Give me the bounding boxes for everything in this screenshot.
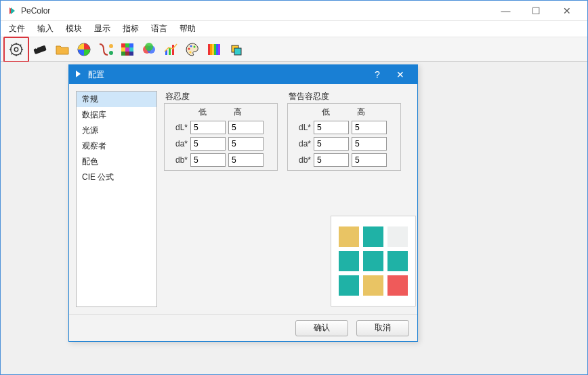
dialog-help-button[interactable]: ? <box>366 69 389 80</box>
svg-rect-19 <box>129 43 133 47</box>
window-controls: — ☐ ✕ <box>490 1 582 20</box>
swatch-6 <box>339 275 359 296</box>
chart-icon <box>163 42 178 57</box>
warning-db-high-input[interactable] <box>352 153 387 167</box>
menu-help[interactable]: 帮助 <box>174 22 201 36</box>
sidebar-item-observer[interactable]: 观察者 <box>77 138 156 154</box>
cancel-button[interactable]: 取消 <box>356 320 409 336</box>
tolerance-db-low-input[interactable] <box>190 153 226 167</box>
svg-line-9 <box>20 53 22 54</box>
svg-rect-41 <box>218 44 220 55</box>
dialog-title: 配置 <box>88 69 366 81</box>
svg-rect-30 <box>169 47 171 55</box>
dialog-body: 常规 数据库 光源 观察者 配色 CIE 公式 容忍度 低 高 <box>69 84 417 314</box>
svg-point-13 <box>36 47 37 49</box>
main-window: PeColor — ☐ ✕ 文件 输入 模块 显示 指标 语言 帮助 <box>0 0 588 375</box>
tool-folder[interactable] <box>52 39 72 60</box>
svg-rect-25 <box>129 52 133 56</box>
folder-icon <box>55 42 70 57</box>
dialog-titlebar: 配置 ? ✕ <box>69 65 417 84</box>
swatch-1 <box>363 226 383 247</box>
menu-module[interactable]: 模块 <box>60 22 87 36</box>
close-button[interactable]: ✕ <box>551 1 582 20</box>
tolerance-header-high: 高 <box>220 106 255 118</box>
swatch-8 <box>387 275 408 296</box>
palette-icon <box>185 42 200 57</box>
menu-metrics[interactable]: 指标 <box>117 22 144 36</box>
tool-color-wheel[interactable] <box>74 39 94 60</box>
swatch-2 <box>387 226 408 247</box>
tolerance-da-high-input[interactable] <box>228 137 264 151</box>
svg-line-8 <box>12 44 13 45</box>
titlebar: PeColor — ☐ ✕ <box>1 1 587 21</box>
tolerance-db-high-input[interactable] <box>228 153 264 167</box>
grid-icon <box>120 42 135 57</box>
tolerance-header-low: 低 <box>185 106 220 118</box>
svg-line-11 <box>20 44 22 45</box>
svg-point-35 <box>190 51 192 53</box>
svg-point-15 <box>109 44 113 48</box>
warning-dl-low-input[interactable] <box>314 121 349 134</box>
svg-point-34 <box>194 45 196 47</box>
svg-rect-36 <box>208 44 210 55</box>
svg-rect-23 <box>121 52 125 56</box>
tolerance-dl-high-input[interactable] <box>228 121 264 134</box>
menu-display[interactable]: 显示 <box>89 22 116 36</box>
svg-point-16 <box>109 51 113 55</box>
sidebar-item-colormatch[interactable]: 配色 <box>77 154 156 170</box>
tolerance-da-label: da* <box>170 139 188 149</box>
toolbar <box>1 37 587 62</box>
warning-tolerance-header-low: 低 <box>308 106 343 118</box>
warning-da-low-input[interactable] <box>314 137 349 151</box>
warning-db-label: db* <box>293 155 311 165</box>
tool-rgb-bars[interactable] <box>204 39 224 60</box>
tolerance-group: 低 高 dL* da* <box>164 103 278 171</box>
warning-db-low-input[interactable] <box>314 153 349 167</box>
gear-icon <box>9 42 24 57</box>
tool-palette[interactable] <box>182 39 203 60</box>
sidebar-item-cie[interactable]: CIE 公式 <box>77 170 156 185</box>
tool-settings-highlight <box>3 37 29 62</box>
tool-grid[interactable] <box>117 39 138 60</box>
svg-line-10 <box>12 53 13 54</box>
svg-marker-44 <box>76 71 81 77</box>
tool-layers[interactable] <box>226 39 246 60</box>
tolerance-dl-low-input[interactable] <box>190 121 226 134</box>
tool-tag[interactable] <box>30 39 51 60</box>
dialog-icon <box>75 70 84 79</box>
dialog-close-button[interactable]: ✕ <box>389 69 412 80</box>
menu-input[interactable]: 输入 <box>32 22 59 36</box>
tool-settings[interactable] <box>6 39 26 60</box>
svg-rect-22 <box>129 47 133 52</box>
tolerance-dl-label: dL* <box>170 123 188 132</box>
menubar: 文件 输入 模块 显示 指标 语言 帮助 <box>1 21 587 37</box>
tool-formula[interactable] <box>96 39 116 60</box>
app-icon <box>6 5 17 16</box>
svg-point-33 <box>190 45 192 47</box>
svg-rect-21 <box>125 47 129 52</box>
warning-tolerance-title: 警告容忍度 <box>287 91 331 102</box>
tolerance-title: 容忍度 <box>164 91 191 102</box>
minimize-button[interactable]: — <box>490 1 521 20</box>
maximize-button[interactable]: ☐ <box>521 1 551 20</box>
menu-file[interactable]: 文件 <box>3 22 30 36</box>
color-wheel-icon <box>77 42 91 57</box>
warning-dl-high-input[interactable] <box>352 121 387 134</box>
svg-point-3 <box>14 47 18 52</box>
warning-da-label: da* <box>293 139 311 149</box>
tool-chart[interactable] <box>161 39 181 60</box>
ok-button[interactable]: 确认 <box>295 320 348 336</box>
sidebar-item-general[interactable]: 常规 <box>77 92 156 107</box>
formula-icon <box>98 42 114 57</box>
warning-tolerance-group: 低 高 dL* da* <box>287 103 401 171</box>
dialog-sidebar: 常规 数据库 光源 观察者 配色 CIE 公式 <box>76 91 157 307</box>
svg-rect-17 <box>121 43 125 47</box>
sidebar-item-illuminant[interactable]: 光源 <box>77 123 156 138</box>
svg-rect-43 <box>234 48 241 55</box>
sidebar-item-database[interactable]: 数据库 <box>77 107 156 123</box>
tool-overlap[interactable] <box>139 39 159 60</box>
menu-language[interactable]: 语言 <box>146 22 173 36</box>
swatch-7 <box>363 275 383 296</box>
warning-da-high-input[interactable] <box>352 137 387 151</box>
tolerance-da-low-input[interactable] <box>190 137 226 151</box>
